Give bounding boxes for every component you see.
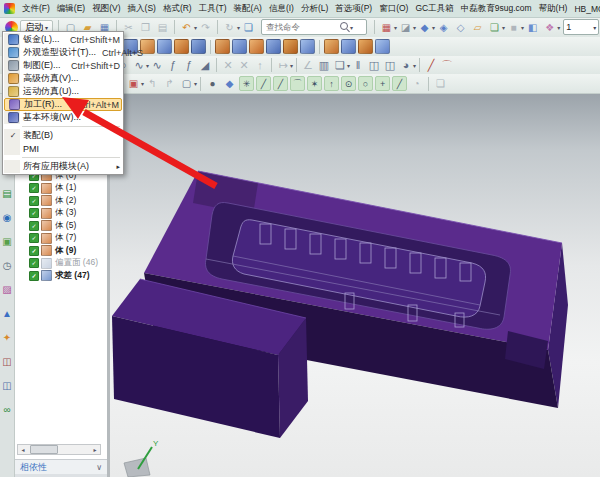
studio-spline-icon[interactable]: ∿ bbox=[132, 58, 146, 73]
menu-item[interactable]: ✓装配(B) bbox=[4, 129, 122, 142]
graphics-window[interactable]: Y bbox=[110, 93, 600, 477]
menubar-item[interactable]: 视图(V) bbox=[92, 3, 120, 15]
menubar-item[interactable]: 编辑(E) bbox=[57, 3, 85, 15]
collapse-chevron-icon[interactable]: ∨ bbox=[96, 463, 102, 472]
view-operations-icon-dropdown[interactable]: ▾ bbox=[557, 24, 560, 31]
intersect-icon[interactable] bbox=[283, 39, 298, 54]
unite-icon[interactable] bbox=[249, 39, 264, 54]
quick-trim-icon[interactable]: ◢ bbox=[198, 58, 212, 73]
intersection-curve-icon[interactable]: ◫ bbox=[367, 58, 381, 73]
fit-curve-icon[interactable]: ∿ bbox=[150, 58, 164, 73]
menu-item[interactable]: 外观造型设计(T)...Ctrl+Alt+S bbox=[4, 46, 122, 59]
checkbox-icon[interactable]: ✓ bbox=[29, 271, 39, 281]
tree-item[interactable]: ✓偏置面 (46) bbox=[15, 257, 107, 270]
chamfer-icon[interactable] bbox=[191, 39, 206, 54]
next-selection-icon[interactable]: ↱ bbox=[162, 76, 177, 91]
reuse-library-icon[interactable]: ▤ bbox=[1, 187, 13, 199]
snap-bounded-plane-icon[interactable]: ◔ bbox=[409, 76, 424, 91]
snap-point-on-curve-icon[interactable]: + bbox=[375, 76, 390, 91]
work-layer-combo[interactable]: 1 ▾ bbox=[563, 19, 599, 35]
general-selection-filter-icon-dropdown[interactable]: ▾ bbox=[141, 80, 144, 87]
general-selection-filter-icon[interactable]: ▣ bbox=[126, 76, 141, 91]
snap-arc-center-icon[interactable]: ↑ bbox=[324, 76, 339, 91]
menubar-item[interactable]: 装配(A) bbox=[234, 3, 262, 15]
tree-item[interactable]: ✓体 (5) bbox=[15, 220, 107, 233]
tree-item[interactable]: ✓求差 (47) bbox=[15, 270, 107, 283]
window-palette-icon[interactable]: ◫ bbox=[1, 355, 13, 367]
pattern-curve-icon[interactable]: ▥ bbox=[317, 58, 331, 73]
menubar-item[interactable]: 帮助(H) bbox=[539, 3, 568, 15]
visualization-palette-icon[interactable]: ▨ bbox=[1, 283, 13, 295]
find-command-box[interactable]: ▾ bbox=[261, 19, 367, 35]
horizontal-scrollbar[interactable]: ◂ ▸ bbox=[17, 444, 101, 455]
associative-arc-icon[interactable]: ⌒ bbox=[440, 58, 454, 73]
menubar-item[interactable]: HB_MOULD M6.6 bbox=[574, 4, 600, 14]
helix-icon[interactable]: ◕ bbox=[399, 58, 413, 73]
rectangle-select-icon-dropdown[interactable]: ▾ bbox=[194, 80, 197, 87]
history-icon[interactable]: ◷ bbox=[1, 259, 13, 271]
subtract-icon[interactable] bbox=[266, 39, 281, 54]
display-mode-icon[interactable]: ◪ bbox=[398, 20, 413, 35]
chamfer-curve-icon[interactable]: ƒ bbox=[182, 58, 196, 73]
integration-icon[interactable]: ∞ bbox=[1, 403, 13, 415]
menubar-item[interactable]: 格式(R) bbox=[163, 3, 192, 15]
process-studio-icon[interactable]: ▲ bbox=[1, 307, 13, 319]
documentation-icon[interactable]: ▣ bbox=[1, 235, 13, 247]
menubar-item[interactable]: 中磊教育9sug.com bbox=[461, 3, 532, 15]
menubar-item[interactable]: 文件(F) bbox=[22, 3, 50, 15]
tree-item[interactable]: ✓体 (2) bbox=[15, 195, 107, 208]
menu-item[interactable]: PMI bbox=[4, 142, 122, 155]
geometric-constraints-icon-dropdown[interactable]: ▾ bbox=[290, 62, 293, 69]
project-curve-icon-dropdown[interactable]: ▾ bbox=[347, 62, 350, 69]
paste-icon[interactable]: ▤ bbox=[155, 20, 170, 35]
menubar-item[interactable]: GC工具箱 bbox=[415, 3, 453, 15]
wireframe-view-icon[interactable]: ◇ bbox=[453, 20, 468, 35]
shell-icon[interactable] bbox=[157, 39, 172, 54]
fillet-icon[interactable]: ƒ bbox=[166, 58, 180, 73]
section-curve-icon[interactable]: ◫ bbox=[383, 58, 397, 73]
shaded-view-icon-dropdown[interactable]: ▾ bbox=[432, 24, 435, 31]
menubar-item[interactable]: 信息(I) bbox=[269, 3, 294, 15]
window-layout-icon[interactable]: ▦ bbox=[379, 20, 394, 35]
rectangle-select-icon[interactable]: ▢ bbox=[179, 76, 194, 91]
geometric-constraints-icon[interactable]: ↦ bbox=[276, 58, 290, 73]
edge-blend-icon[interactable] bbox=[174, 39, 189, 54]
find-command-input[interactable] bbox=[264, 21, 340, 33]
layer-settings-icon-dropdown[interactable]: ▾ bbox=[502, 24, 505, 31]
offset-face-icon[interactable] bbox=[300, 39, 315, 54]
menu-item[interactable]: 制图(E)...Ctrl+Shift+D bbox=[4, 59, 122, 72]
checkbox-icon[interactable]: ✓ bbox=[29, 208, 39, 218]
menu-item[interactable]: 加工(R)...Ctrl+Alt+M bbox=[4, 98, 122, 111]
clip-section-icon[interactable]: ◧ bbox=[525, 20, 540, 35]
dependencies-section[interactable]: 相依性 ∨ bbox=[15, 459, 107, 474]
undo-icon-dropdown[interactable]: ▾ bbox=[194, 24, 197, 31]
checkbox-icon[interactable]: ✓ bbox=[29, 221, 39, 231]
feature-group-icon[interactable] bbox=[375, 39, 390, 54]
tree-item[interactable]: ✓体 (7) bbox=[15, 232, 107, 245]
menubar-item[interactable]: 分析(L) bbox=[301, 3, 328, 15]
window-layout-icon-dropdown[interactable]: ▾ bbox=[394, 24, 397, 31]
clipboard-preview-icon[interactable]: ❏ bbox=[433, 76, 448, 91]
previous-selection-icon[interactable]: ↰ bbox=[145, 76, 160, 91]
layer-settings-icon[interactable]: ❏ bbox=[487, 20, 502, 35]
snap-point-icon[interactable]: ✳ bbox=[239, 76, 254, 91]
trim-curve-icon[interactable]: ✕ bbox=[221, 58, 235, 73]
extend-curve-icon[interactable]: ✕ bbox=[237, 58, 251, 73]
menubar-item[interactable]: 窗口(O) bbox=[379, 3, 408, 15]
redo-icon[interactable]: ↷ bbox=[198, 20, 213, 35]
web-browser-icon[interactable]: ◉ bbox=[1, 211, 13, 223]
shaded-with-edges-icon[interactable]: ◈ bbox=[436, 20, 451, 35]
helix-icon-dropdown[interactable]: ▾ bbox=[413, 62, 416, 69]
snap-quadrant-icon[interactable]: ⊙ bbox=[341, 76, 356, 91]
checkbox-icon[interactable]: ✓ bbox=[29, 233, 39, 243]
checkbox-icon[interactable]: ✓ bbox=[29, 183, 39, 193]
display-mode-icon-dropdown[interactable]: ▾ bbox=[413, 24, 416, 31]
tree-item[interactable]: ✓体 (1) bbox=[15, 182, 107, 195]
mold-model[interactable]: Y bbox=[110, 93, 600, 477]
snap-end-point-icon[interactable]: ╱ bbox=[256, 76, 271, 91]
view-operations-icon[interactable]: ❖ bbox=[542, 20, 557, 35]
snap-mid-point-icon[interactable]: ╱ bbox=[273, 76, 288, 91]
scroll-right-icon[interactable]: ▸ bbox=[90, 446, 100, 453]
menu-item[interactable]: 钣金(L)...Ctrl+Shift+M bbox=[4, 33, 122, 46]
background-icon[interactable]: ■ bbox=[506, 20, 521, 35]
